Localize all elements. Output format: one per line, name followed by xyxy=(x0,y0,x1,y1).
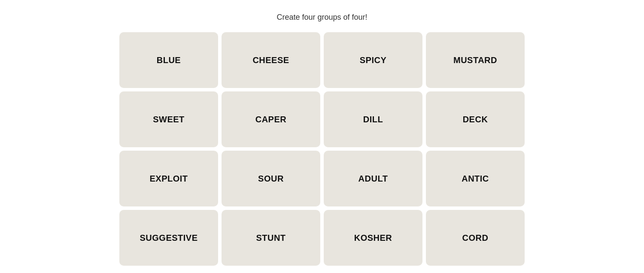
tile-label-adult: ADULT xyxy=(358,174,388,184)
tile-kosher[interactable]: KOSHER xyxy=(324,210,422,266)
tile-label-caper: CAPER xyxy=(255,115,287,124)
tile-label-blue: BLUE xyxy=(157,55,181,65)
tile-label-sweet: SWEET xyxy=(153,115,185,124)
tile-sweet[interactable]: SWEET xyxy=(119,91,218,147)
tile-sour[interactable]: SOUR xyxy=(222,151,320,206)
tile-exploit[interactable]: EXPLOIT xyxy=(119,151,218,206)
tile-label-dill: DILL xyxy=(363,115,383,124)
tile-blue[interactable]: BLUE xyxy=(119,32,218,88)
tile-label-kosher: KOSHER xyxy=(354,233,392,243)
tile-stunt[interactable]: STUNT xyxy=(222,210,320,266)
tile-label-antic: ANTIC xyxy=(462,174,489,184)
tile-dill[interactable]: DILL xyxy=(324,91,422,147)
word-grid: BLUECHEESESPICYMUSTARDSWEETCAPERDILLDECK… xyxy=(119,32,525,266)
tile-label-stunt: STUNT xyxy=(256,233,286,243)
tile-deck[interactable]: DECK xyxy=(426,91,525,147)
tile-adult[interactable]: ADULT xyxy=(324,151,422,206)
tile-label-cord: CORD xyxy=(462,233,489,243)
tile-caper[interactable]: CAPER xyxy=(222,91,320,147)
tile-cheese[interactable]: CHEESE xyxy=(222,32,320,88)
tile-label-suggestive: SUGGESTIVE xyxy=(140,233,197,243)
tile-spicy[interactable]: SPICY xyxy=(324,32,422,88)
tile-label-sour: SOUR xyxy=(258,174,284,184)
tile-suggestive[interactable]: SUGGESTIVE xyxy=(119,210,218,266)
tile-antic[interactable]: ANTIC xyxy=(426,151,525,206)
tile-label-exploit: EXPLOIT xyxy=(149,174,188,184)
tile-label-cheese: CHEESE xyxy=(252,55,289,65)
tile-label-mustard: MUSTARD xyxy=(453,55,497,65)
tile-label-deck: DECK xyxy=(463,115,488,124)
tile-label-spicy: SPICY xyxy=(360,55,387,65)
subtitle: Create four groups of four! xyxy=(276,13,367,22)
tile-cord[interactable]: CORD xyxy=(426,210,525,266)
tile-mustard[interactable]: MUSTARD xyxy=(426,32,525,88)
